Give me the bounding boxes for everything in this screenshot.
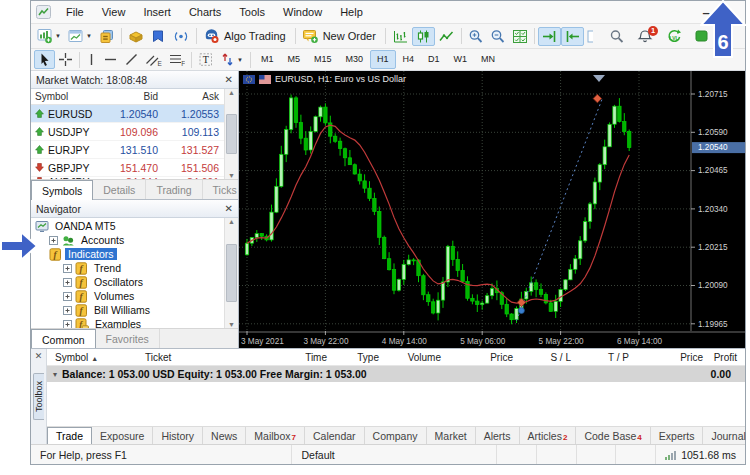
expand-plus-icon[interactable]	[63, 306, 72, 315]
trendline-button[interactable]	[121, 50, 142, 69]
horizontal-line-button[interactable]	[100, 50, 121, 69]
market-watch-tab-details[interactable]: Details	[93, 180, 146, 199]
market-watch-scrollbar[interactable]: ▲ ▼	[224, 89, 238, 179]
strategy-tester-button[interactable]	[147, 27, 169, 46]
navigator-scrollbar[interactable]: ▲ ▼	[224, 218, 238, 328]
timeframe-h4[interactable]: H4	[396, 50, 422, 69]
timeframe-m1[interactable]: M1	[254, 50, 281, 69]
scroll-down-icon[interactable]: ▼	[228, 172, 235, 179]
toolbox-tab-journal[interactable]: Journal	[703, 427, 750, 444]
toolbox-vertical-tab[interactable]: Toolbox	[33, 373, 44, 420]
profiles-button[interactable]: ▼	[65, 27, 96, 46]
trade-column-tp[interactable]: T / P	[575, 352, 633, 363]
navigator-indicators[interactable]: fIndicators	[31, 247, 238, 261]
dropdown-caret-icon[interactable]: ▼	[54, 33, 62, 39]
navigator-trend[interactable]: fTrend	[31, 261, 238, 275]
timeframe-w1[interactable]: W1	[447, 50, 475, 69]
vertical-line-button[interactable]	[83, 50, 100, 69]
zoom-out-button[interactable]	[487, 27, 509, 46]
balance-row[interactable]: ▾ Balance: 1 053.00 USD Equity: 1 053.00…	[47, 366, 745, 382]
text-button[interactable]: T	[195, 50, 217, 69]
menu-insert[interactable]: Insert	[134, 3, 180, 21]
algo-trading-button[interactable]: Algo Trading	[200, 27, 292, 46]
toolbox-tab-articles[interactable]: Articles2	[520, 427, 577, 444]
market-watch-button[interactable]	[96, 27, 118, 46]
timeframe-m30[interactable]: M30	[339, 50, 371, 69]
new-order-button[interactable]: New Order	[299, 27, 382, 46]
toolbox-tab-mailbox[interactable]: Mailbox7	[246, 427, 305, 444]
expand-plus-icon[interactable]	[63, 320, 72, 329]
scroll-up-icon[interactable]: ▲	[228, 89, 235, 96]
search-button[interactable]	[606, 27, 628, 46]
zoom-in-button[interactable]	[465, 27, 487, 46]
menu-tools[interactable]: Tools	[230, 3, 274, 21]
market-watch-row-eurjpy[interactable]: EURJPY131.510131.527	[31, 141, 224, 159]
data-window-button[interactable]	[125, 27, 147, 46]
toolbox-tab-company[interactable]: Company	[365, 427, 427, 444]
market-watch-row-audjpy[interactable]: AUDJPY84.64484.661	[31, 177, 224, 179]
trade-column-ticket[interactable]: Ticket	[141, 352, 213, 363]
close-icon[interactable]: ✕	[35, 349, 43, 361]
trade-column-profit[interactable]: Profit	[707, 352, 741, 363]
toolbox-tab-calendar[interactable]: Calendar	[305, 427, 365, 444]
candlestick-button[interactable]	[412, 27, 435, 46]
status-profile[interactable]: Default	[292, 445, 497, 464]
toolbox-tab-news[interactable]: News	[203, 427, 246, 444]
line-chart-button[interactable]	[435, 27, 458, 46]
timeframe-m15[interactable]: M15	[307, 50, 339, 69]
expand-plus-icon[interactable]	[63, 264, 72, 273]
column-header-bid[interactable]: Bid	[102, 91, 163, 102]
navigator-bill-williams[interactable]: fBill Williams	[31, 303, 238, 317]
menu-charts[interactable]: Charts	[180, 3, 230, 21]
timeframe-m5[interactable]: M5	[280, 50, 307, 69]
cursor-button[interactable]	[34, 50, 55, 69]
dropdown-caret-icon[interactable]: ▼	[85, 33, 93, 39]
chart-shift-button[interactable]	[561, 27, 584, 46]
trade-column-time[interactable]: Time	[213, 352, 331, 363]
notifications-button[interactable]: 1	[634, 27, 656, 46]
fibonacci-button[interactable]: F	[165, 50, 188, 69]
market-watch-tab-trading[interactable]: Trading	[146, 180, 202, 199]
trade-column-price[interactable]: Price	[445, 352, 517, 363]
expand-plus-icon[interactable]	[63, 278, 72, 287]
new-chart-button[interactable]: ▼	[34, 27, 65, 46]
column-header-ask[interactable]: Ask	[163, 91, 224, 102]
scroll-down-icon[interactable]: ▼	[228, 321, 235, 328]
trade-column-sl[interactable]: S / L	[517, 352, 575, 363]
menu-help[interactable]: Help	[331, 3, 372, 21]
market-watch-row-eurusd[interactable]: EURUSD1.205401.20553	[31, 105, 224, 123]
signals-button[interactable]	[169, 27, 193, 46]
crosshair-button[interactable]	[55, 50, 76, 69]
market-watch-row-gbpjpy[interactable]: GBPJPY151.470151.506	[31, 159, 224, 177]
trade-column-price[interactable]: Price	[633, 352, 707, 363]
market-watch-tab-symbols[interactable]: Symbols	[31, 180, 93, 200]
arrows-button[interactable]: ▼	[217, 50, 247, 69]
navigator-tab-favorites[interactable]: Favorites	[96, 329, 160, 348]
toolbox-tab-market[interactable]: Market	[427, 427, 476, 444]
tile-windows-button[interactable]	[509, 27, 531, 46]
toolbox-tab-alerts[interactable]: Alerts	[476, 427, 520, 444]
bar-chart-button[interactable]	[389, 27, 412, 46]
timeframe-d1[interactable]: D1	[421, 50, 447, 69]
navigator-accounts[interactable]: Accounts	[31, 233, 238, 247]
navigator-root[interactable]: OANDA MT5	[31, 219, 238, 233]
timeframe-mn[interactable]: MN	[474, 50, 502, 69]
column-header-symbol[interactable]: Symbol	[31, 91, 102, 102]
close-icon[interactable]: ✕	[225, 75, 233, 85]
trade-column-type[interactable]: Type	[331, 352, 383, 363]
auto-scroll-button[interactable]	[538, 27, 561, 46]
expand-plus-icon[interactable]	[49, 236, 58, 245]
toolbox-tab-history[interactable]: History	[153, 427, 203, 444]
scroll-up-icon[interactable]: ▲	[228, 218, 235, 225]
timeframe-h1[interactable]: H1	[370, 50, 396, 69]
toolbox-tab-trade[interactable]: Trade	[47, 427, 92, 444]
toolbox-tab-experts[interactable]: Experts	[651, 427, 704, 444]
toolbox-tab-exposure[interactable]: Exposure	[92, 427, 153, 444]
lvl-button[interactable]: LVL	[662, 27, 686, 46]
menu-file[interactable]: File	[57, 3, 93, 21]
navigator-tab-common[interactable]: Common	[31, 329, 96, 349]
price-chart[interactable]: 1.207151.205901.204651.203401.202151.200…	[239, 71, 745, 348]
clipped-button[interactable]	[584, 27, 596, 46]
toolbox-tab-code-base[interactable]: Code Base4	[576, 427, 650, 444]
trade-column-volume[interactable]: Volume	[383, 352, 445, 363]
